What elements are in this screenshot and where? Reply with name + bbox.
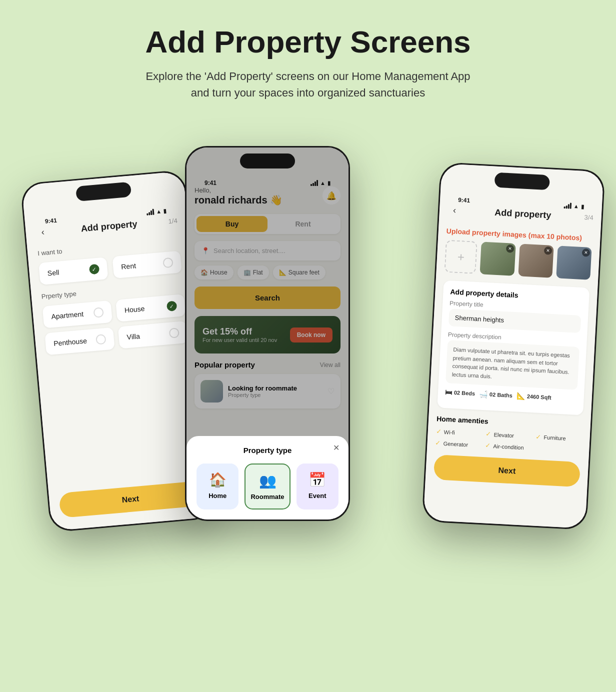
aircon-label: Air-condition bbox=[493, 443, 524, 450]
details-screen: 9:41 ▲ ▮ ‹ Add prope bbox=[424, 164, 604, 528]
popup-overlay: ✕ Property type 🏠 Home 👥 Roommate bbox=[186, 148, 348, 520]
villa-radio bbox=[168, 328, 180, 338]
house-radio: ✓ bbox=[166, 301, 178, 312]
home-type-label: Home bbox=[208, 492, 226, 500]
upload-label: Upload property images (max 10 photos) bbox=[446, 227, 592, 242]
rent-radio bbox=[162, 258, 174, 268]
want-to-options: Sell ✓ Rent bbox=[38, 251, 182, 286]
type-event-card[interactable]: 📅 Event bbox=[296, 464, 338, 510]
wifi-icon-right: ▲ bbox=[574, 203, 580, 210]
home-type-icon: 🏠 bbox=[209, 472, 226, 488]
type-villa[interactable]: Villa bbox=[118, 321, 188, 349]
type-penthouse[interactable]: Penthouse bbox=[44, 328, 114, 356]
bed-icon: 🛏 bbox=[445, 388, 452, 396]
next-button-right[interactable]: Next bbox=[434, 454, 580, 487]
property-details-section: Add property details Property title Sher… bbox=[437, 280, 590, 416]
sell-label: Sell bbox=[47, 268, 60, 278]
sell-option[interactable]: Sell ✓ bbox=[38, 257, 108, 285]
amenity-aircon: ✓ Air-condition bbox=[485, 442, 532, 452]
add-photo-button[interactable]: + bbox=[444, 240, 478, 274]
wifi-icon-left: ▲ bbox=[156, 208, 162, 214]
step-left: 1/4 bbox=[168, 216, 178, 225]
step-right: 3/4 bbox=[584, 214, 594, 222]
next-button-left[interactable]: Next bbox=[58, 481, 202, 518]
phones-container: 🔑 9:41 ▲ ▮ bbox=[0, 116, 616, 641]
search-screen: 9:41 ▲ ▮ Hello, bbox=[186, 148, 348, 520]
popup-close-button[interactable]: ✕ bbox=[333, 443, 340, 452]
type-villa-label: Villa bbox=[126, 332, 140, 341]
battery-icon-left: ▮ bbox=[163, 208, 166, 214]
upload-max-text: (max 10 photos) bbox=[528, 231, 582, 242]
type-house-label: House bbox=[124, 304, 145, 314]
signal-icon-left bbox=[146, 209, 154, 216]
amenities-grid: ✓ Wi-fi ✓ Elevator ✓ Furniture ✓ bbox=[435, 428, 582, 454]
penthouse-radio bbox=[96, 334, 106, 345]
upload-label-text: Upload property images bbox=[446, 227, 526, 239]
page-header: Add Property Screens Explore the 'Add Pr… bbox=[0, 0, 616, 116]
sell-radio: ✓ bbox=[89, 264, 100, 275]
photo-building-thumb: ✕ bbox=[480, 242, 516, 276]
popup-title: Property type bbox=[196, 446, 338, 454]
type-roommate-card[interactable]: 👥 Roommate bbox=[244, 464, 290, 510]
rent-option[interactable]: Rent bbox=[112, 251, 182, 279]
remove-photo-1[interactable]: ✕ bbox=[506, 244, 514, 253]
check-furniture: ✓ bbox=[536, 433, 542, 441]
check-wifi: ✓ bbox=[436, 428, 442, 436]
amenity-furniture: ✓ Furniture bbox=[536, 433, 582, 443]
beds-spec: 🛏 02 Beds bbox=[445, 388, 476, 398]
screen-title-right: Add property bbox=[494, 207, 552, 220]
type-penthouse-label: Penthouse bbox=[54, 336, 88, 348]
sqft-value: 2460 Sqft bbox=[527, 394, 552, 401]
type-home-card[interactable]: 🏠 Home bbox=[196, 464, 238, 510]
description-textarea[interactable]: Diam vulputate ut pharetra sit. eu turpi… bbox=[446, 340, 580, 390]
rent-label: Rent bbox=[121, 262, 136, 271]
image-row: + ✕ ✕ ✕ bbox=[444, 240, 592, 280]
check-elevator: ✓ bbox=[486, 430, 492, 438]
page-subtitle: Explore the 'Add Property' screens on ou… bbox=[138, 68, 478, 101]
amenities-title: Home amenties bbox=[436, 414, 582, 430]
page-title: Add Property Screens bbox=[10, 25, 606, 59]
amenities-section: Home amenties ✓ Wi-fi ✓ Elevator ✓ Furni bbox=[435, 414, 582, 454]
apartment-radio bbox=[93, 307, 104, 318]
remove-photo-3[interactable]: ✕ bbox=[582, 248, 590, 257]
phone-notch-right bbox=[494, 172, 550, 190]
elevator-label: Elevator bbox=[494, 432, 514, 438]
generator-label: Generator bbox=[443, 440, 468, 448]
status-icons-right: ▲ ▮ bbox=[564, 202, 584, 210]
photo-interior-thumb: ✕ bbox=[518, 244, 554, 278]
signal-icon-right bbox=[564, 202, 572, 209]
back-button-left[interactable]: ‹ bbox=[36, 224, 50, 240]
roommate-type-icon: 👥 bbox=[259, 472, 276, 489]
sqft-icon: 📐 bbox=[516, 392, 525, 400]
roommate-type-label: Roommate bbox=[250, 493, 284, 500]
remove-photo-2[interactable]: ✕ bbox=[544, 246, 552, 255]
type-apartment[interactable]: Apartment bbox=[42, 300, 112, 328]
furniture-label: Furniture bbox=[544, 434, 566, 441]
property-type-grid: Apartment House ✓ Penthouse Villa bbox=[42, 294, 188, 355]
baths-value: 02 Baths bbox=[490, 392, 512, 398]
type-house[interactable]: House ✓ bbox=[116, 294, 186, 322]
sqft-spec: 📐 2460 Sqft bbox=[516, 392, 552, 402]
beds-value: 02 Beds bbox=[454, 390, 476, 396]
amenity-elevator: ✓ Elevator bbox=[486, 430, 532, 440]
status-time-left: 9:41 bbox=[44, 217, 57, 225]
check-generator: ✓ bbox=[435, 439, 441, 447]
bath-icon: 🛁 bbox=[479, 390, 488, 398]
event-type-icon: 📅 bbox=[308, 472, 326, 488]
back-button-right[interactable]: ‹ bbox=[447, 203, 462, 218]
popup-sheet: ✕ Property type 🏠 Home 👥 Roommate bbox=[186, 436, 348, 520]
phone-center: 9:41 ▲ ▮ Hello, bbox=[185, 146, 350, 521]
status-time-right: 9:41 bbox=[458, 196, 470, 204]
property-type-icons: 🏠 Home 👥 Roommate 📅 Event bbox=[196, 464, 338, 510]
upload-section: Upload property images (max 10 photos) +… bbox=[444, 227, 592, 280]
amenity-generator: ✓ Generator bbox=[435, 439, 482, 449]
wifi-label: Wi-fi bbox=[444, 429, 456, 436]
battery-icon-right: ▮ bbox=[580, 203, 584, 210]
photo-tv-thumb: ✕ bbox=[556, 246, 592, 280]
specs-row: 🛏 02 Beds 🛁 02 Baths 📐 2460 Sqft bbox=[445, 388, 577, 403]
event-type-label: Event bbox=[308, 492, 326, 500]
amenity-wifi: ✓ Wi-fi bbox=[436, 428, 482, 438]
baths-spec: 🛁 02 Baths bbox=[479, 390, 513, 400]
phone-right: 9:41 ▲ ▮ ‹ Add prope bbox=[422, 162, 605, 530]
type-apartment-label: Apartment bbox=[51, 310, 84, 321]
